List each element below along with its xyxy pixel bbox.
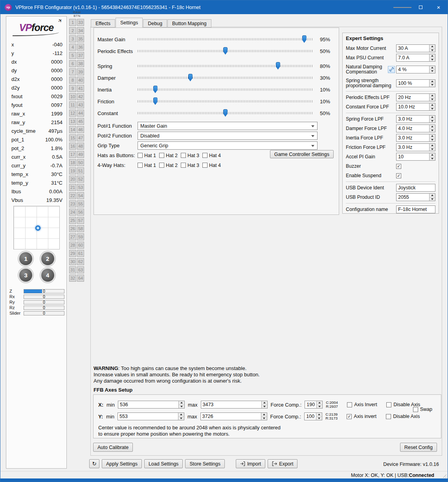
slider-track[interactable] [138,35,313,44]
maximize-button[interactable] [411,0,430,14]
slider-handle[interactable] [302,35,307,43]
raw-button-cell[interactable]: 9 [69,85,76,92]
spin-arrows[interactable] [429,66,435,73]
spinbox[interactable]: 100 % [396,79,435,87]
raw-button-cell[interactable]: 33 [77,19,84,26]
spin-up-icon[interactable] [261,413,267,416]
raw-button-cell[interactable]: 7 [69,68,76,75]
spinbox[interactable]: 4 % [396,66,435,73]
joystick-button[interactable]: 4 [41,269,54,282]
raw-button-cell[interactable]: 42 [77,93,84,100]
spin-up-icon[interactable] [316,413,322,416]
spin-arrows[interactable] [429,194,435,201]
raw-button-cell[interactable]: 8 [69,77,76,84]
raw-button-cell[interactable]: 60 [77,242,84,249]
spin-down-icon[interactable] [316,416,322,420]
slider-handle[interactable] [153,86,158,93]
spin-up-icon[interactable] [430,125,435,128]
checkbox[interactable] [347,414,352,419]
tab-effects[interactable]: Effects [91,19,115,27]
raw-button-cell[interactable]: 16 [69,143,76,150]
slider-track[interactable] [138,61,313,71]
raw-button-cell[interactable]: 3 [69,35,76,42]
raw-button-cell[interactable]: 59 [77,233,84,240]
hat-checkbox-item[interactable]: Hat 3 [181,163,202,168]
raw-button-cell[interactable]: 54 [77,192,84,199]
checkbox[interactable] [413,407,418,412]
raw-button-cell[interactable]: 27 [69,233,76,240]
slider-track[interactable] [138,73,313,82]
raw-button-cell[interactable]: 40 [77,77,84,84]
spin-down-icon[interactable] [430,147,435,151]
raw-button-cell[interactable]: 49 [77,151,84,158]
spin-down-icon[interactable] [317,405,322,409]
spin-up-icon[interactable] [430,115,435,119]
spinbox[interactable]: 2055 [396,193,435,201]
raw-button-cell[interactable]: 4 [69,44,76,51]
min-spinbox[interactable]: 536 [118,401,185,409]
link-icon[interactable] [388,66,395,73]
spin-down-icon[interactable] [430,97,435,101]
spin-arrows[interactable] [429,144,435,151]
slider-track[interactable] [138,97,313,106]
hat-checkbox-item[interactable]: Hat 1 [138,163,159,168]
hat-checkbox-item[interactable]: Hat 4 [202,153,224,158]
spin-up-icon[interactable] [430,94,435,97]
raw-button-cell[interactable]: 17 [69,151,76,158]
export-button[interactable]: Export [268,459,297,468]
max-spinbox[interactable]: 3473 [201,401,268,409]
raw-button-cell[interactable]: 39 [77,68,84,75]
spin-up-icon[interactable] [430,144,435,147]
tab-button-mapping[interactable]: Button Mapping [167,19,211,27]
raw-button-cell[interactable]: 32 [69,275,76,282]
checkbox[interactable] [386,414,391,419]
hat-checkbox-item[interactable]: Hat 2 [159,153,181,158]
checkbox[interactable] [181,163,186,168]
text-input[interactable]: Joystick [396,184,435,192]
dropdown[interactable]: Generic Grip [138,141,318,150]
raw-button-cell[interactable]: 64 [77,275,84,282]
spin-arrows[interactable] [429,134,435,141]
force-comp-spinbox[interactable]: 190 [305,401,323,409]
spin-up-icon[interactable] [317,401,322,405]
raw-button-cell[interactable]: 44 [77,110,84,117]
axis-invert-checkbox[interactable]: Axis invert [347,414,383,419]
checkbox[interactable] [396,173,401,178]
spin-down-icon[interactable] [430,58,435,62]
spin-up-icon[interactable] [262,401,267,405]
spin-down-icon[interactable] [430,197,435,201]
spin-down-icon[interactable] [261,416,267,420]
spin-arrows[interactable] [429,54,435,61]
spinbox[interactable]: 30 A [396,44,435,52]
raw-button-cell[interactable]: 34 [77,27,84,34]
spin-arrows[interactable] [429,153,435,160]
raw-button-cell[interactable]: 26 [69,225,76,232]
raw-button-cell[interactable]: 29 [69,250,76,257]
spin-arrows[interactable] [316,413,322,420]
spinbox[interactable]: 4.0 Hz [396,125,435,132]
spin-arrows[interactable] [429,125,435,132]
raw-button-cell[interactable]: 36 [77,44,84,51]
spin-up-icon[interactable] [430,103,435,107]
spinbox[interactable]: 20 Hz [396,93,435,101]
raw-button-cell[interactable]: 35 [77,35,84,42]
raw-button-cell[interactable]: 2 [69,27,76,34]
raw-button-cell[interactable]: 63 [77,266,84,273]
raw-button-cell[interactable]: 22 [69,192,76,199]
checkbox[interactable] [386,402,391,407]
spin-up-icon[interactable] [430,153,435,157]
apply-settings-button[interactable]: Apply Settings [102,459,142,468]
spin-arrows[interactable] [429,45,435,52]
refresh-button[interactable]: ↻ [89,459,99,468]
spin-down-icon[interactable] [430,83,435,87]
hat-checkbox-item[interactable]: Hat 4 [202,163,224,168]
slider-handle[interactable] [276,62,280,70]
spin-up-icon[interactable] [178,413,184,416]
close-button[interactable]: × [430,0,448,14]
spin-down-icon[interactable] [262,405,267,409]
raw-button-cell[interactable]: 38 [77,60,84,67]
raw-button-cell[interactable]: 45 [77,118,84,125]
raw-button-cell[interactable]: 30 [69,258,76,265]
hat-checkbox-item[interactable]: Hat 2 [159,163,181,168]
spin-up-icon[interactable] [430,54,435,58]
